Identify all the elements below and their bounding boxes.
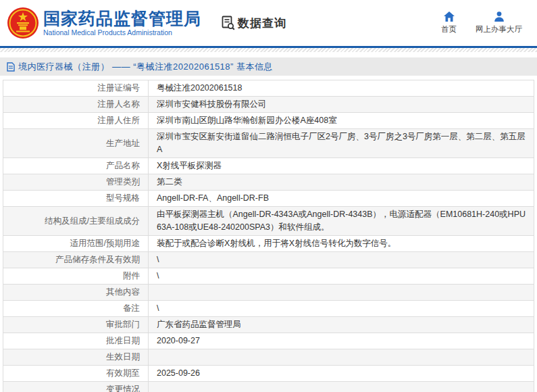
national-emblem-icon	[7, 7, 39, 39]
row-label: 变更情况	[106, 385, 140, 392]
org-name-zh: 国家药品监督管理局	[43, 9, 201, 28]
row-label: 生产地址	[106, 139, 140, 148]
page-header: 国家药品监督管理局 National Medical Products Admi…	[0, 0, 537, 46]
table-row: 生产地址 深圳市宝安区新安街道留仙二路润恒电子厂区2号厂房、3号厂房之3号厂房第…	[3, 129, 534, 158]
table-row: 有效期至 2025-09-26	[3, 366, 534, 382]
row-label: 结构及组成/主要组成成分	[45, 216, 140, 226]
row-label: 附件	[123, 271, 140, 280]
org-name-en: National Medical Products Administration	[43, 28, 201, 37]
breadcrumb-bar: 境内医疗器械（注册） —— “粤械注准20202061518” 基本信息	[0, 57, 537, 76]
row-value: 第二类	[157, 177, 182, 187]
table-row: 批准日期 2020-09-27	[3, 333, 534, 349]
org-titles: 国家药品监督管理局 National Medical Products Admi…	[43, 9, 201, 37]
nav-home-label: 首页	[441, 24, 457, 34]
table-row: 变更情况	[3, 382, 534, 392]
data-query-label: 数据查询	[238, 16, 286, 31]
row-label: 有效期至	[106, 368, 140, 378]
row-label: 型号规格	[106, 193, 140, 203]
table-row: 产品名称 X射线平板探测器	[3, 158, 534, 174]
row-value: 深圳市南山区朗山路华瀚创新园办公楼A座408室	[157, 116, 337, 125]
home-icon	[444, 11, 455, 22]
row-label: 批准日期	[106, 336, 140, 345]
document-search-icon	[222, 16, 235, 30]
nav-hall-label: 网上办事大厅	[476, 24, 522, 34]
row-value: X射线平板探测器	[157, 161, 222, 170]
row-value: 装配于或配合诊断X射线机，用于将X射线信号转化为数字信号。	[157, 239, 396, 248]
row-label: 备注	[123, 303, 140, 313]
hatch-strip	[0, 48, 537, 52]
row-label: 产品储存条件及有效期	[55, 255, 140, 264]
info-table-body: 注册证编号 粤械注准20202061518 注册人名称 深圳市安健科技股份有限公…	[3, 80, 534, 392]
row-label: 产品名称	[106, 161, 140, 170]
table-row: 生效日期	[3, 349, 534, 366]
row-label: 注册人名称	[98, 99, 140, 109]
row-value: 深圳市安健科技股份有限公司	[157, 99, 267, 109]
row-value: 粤械注准20202061518	[157, 83, 242, 93]
table-row: 其他内容	[3, 285, 534, 301]
row-value: 2020-09-27	[157, 336, 200, 345]
table-row: 附件 \	[3, 268, 534, 285]
table-row: 注册证编号 粤械注准20202061518	[3, 80, 534, 97]
header-nav: 首页 网上办事大厅	[441, 11, 522, 34]
table-row: 审批部门 广东省药品监督管理局	[3, 317, 534, 333]
row-label: 生效日期	[106, 352, 140, 362]
table-row: 适用范围/预期用途 装配于或配合诊断X射线机，用于将X射线信号转化为数字信号。	[3, 236, 534, 252]
page-icon	[7, 62, 15, 72]
registration-info-table: 注册证编号 粤械注准20202061518 注册人名称 深圳市安健科技股份有限公…	[3, 80, 534, 392]
table-row: 型号规格 Angell-DR-FA、Angell-DR-FB	[3, 191, 534, 207]
table-row: 备注 \	[3, 301, 534, 317]
table-row: 管理类别 第二类	[3, 174, 534, 191]
row-value: \	[157, 255, 159, 264]
table-row: 注册人名称 深圳市安健科技股份有限公司	[3, 97, 534, 113]
page-title: 境内医疗器械（注册） —— “粤械注准20202061518” 基本信息	[18, 61, 273, 73]
data-query-section[interactable]: 数据查询	[222, 16, 286, 31]
row-label: 注册证编号	[98, 83, 140, 93]
user-icon	[494, 11, 505, 22]
row-label: 审批部门	[106, 320, 140, 329]
table-row: 产品储存条件及有效期 \	[3, 252, 534, 268]
row-value: Angell-DR-FA、Angell-DR-FB	[157, 193, 269, 203]
row-value: \	[157, 271, 159, 280]
row-value: 深圳市宝安区新安街道留仙二路润恒电子厂区2号厂房、3号厂房之3号厂房第一层、第二…	[157, 132, 526, 154]
row-value: \	[157, 303, 159, 313]
row-label: 适用范围/预期用途	[70, 239, 140, 248]
table-row: 结构及组成/主要组成成分 由平板探测器主机（Angell-DR-4343A或An…	[3, 207, 534, 236]
row-value: 2025-09-26	[157, 368, 200, 378]
nav-item-service-hall[interactable]: 网上办事大厅	[476, 11, 522, 34]
nav-item-home[interactable]: 首页	[441, 11, 457, 34]
row-value: 广东省药品监督管理局	[157, 320, 241, 329]
row-label: 其他内容	[106, 287, 140, 297]
row-label: 注册人住所	[98, 116, 140, 125]
table-row: 注册人住所 深圳市南山区朗山路华瀚创新园办公楼A座408室	[3, 113, 534, 129]
row-label: 管理类别	[106, 177, 140, 187]
row-value: 由平板探测器主机（Angell-DR-4343A或Angell-DR-4343B…	[157, 210, 526, 232]
